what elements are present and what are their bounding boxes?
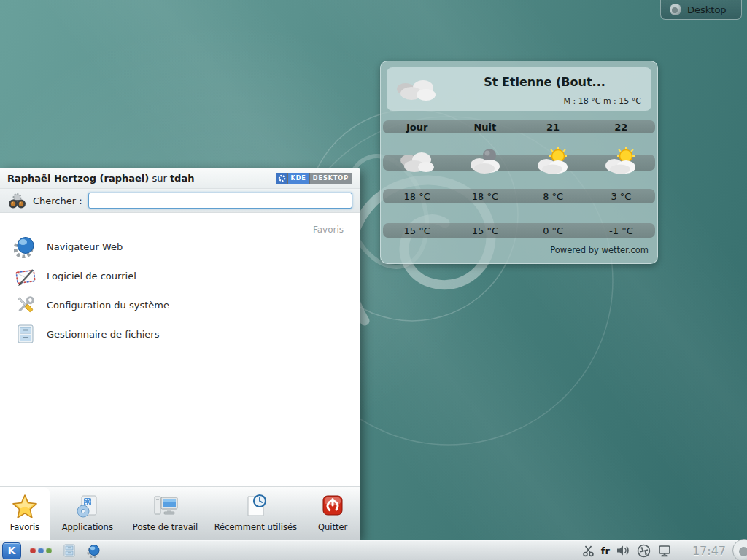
volume-icon[interactable] [616,545,630,556]
desktop-toolbox-label: Desktop [687,4,727,15]
favorite-item-label: Logiciel de courriel [47,271,136,281]
tab-quitter[interactable]: Quitter [306,487,360,540]
digital-clock[interactable]: 17:47 [692,544,726,558]
applications-box-icon [74,492,101,520]
computer-icon [150,492,181,520]
search-input[interactable] [88,192,352,209]
tab-recemment-utilises[interactable]: Récemment utilisés [205,487,306,540]
plasma-cashew-icon [670,4,681,15]
star-icon [11,492,39,520]
activity-dots[interactable] [30,548,52,553]
weather-max-min: M : 18 °C m : 15 °C [564,96,641,106]
badge-desktop-label: DESKTOP [309,173,352,184]
temp-value: 15 °C [451,225,519,236]
green-dot-icon [46,548,52,553]
kickoff-user-title: Raphaël Hertzog (raphael) sur tdah [7,173,194,184]
temp-value: 0 °C [519,225,587,236]
weather-column-headers: Jour Nuit 21 22 [383,120,655,133]
favorite-item-web-browser[interactable]: Navigateur Web [0,232,354,261]
keyboard-layout-indicator[interactable]: fr [601,545,610,556]
temp-value: 8 °C [519,191,587,202]
kickoff-search-row: Chercher : [0,189,360,213]
favorite-item-label: Gestionnaire de fichiers [47,329,159,340]
file-manager-icon [62,543,77,558]
kickoff-tab-bar: Favoris Applications Poste de tr [0,486,360,540]
web-browser-icon [87,543,101,558]
search-label: Chercher : [33,195,82,206]
tab-applications[interactable]: Applications [50,487,125,540]
mail-client-icon [14,264,37,287]
weather-day-temps: 18 °C 18 °C 8 °C 3 °C [383,189,655,203]
tab-label: Applications [62,522,113,532]
device-notifier-usb-icon[interactable] [637,544,651,558]
weather-widget: St Etienne (Bout... M : 18 °C m : 15 °C … [380,61,658,264]
favorite-item-file-manager[interactable]: Gestionnaire de fichiers [0,319,354,349]
weather-col-label: Jour [383,122,451,133]
kickoff-header: Raphaël Hertzog (raphael) sur tdah KDE D… [0,168,360,189]
user-name: Raphaël Hertzog (raphael) [7,173,149,184]
bottom-panel: K fr [0,540,747,560]
temp-value: -1 °C [587,225,655,236]
kde-gear-icon [276,173,287,184]
system-tray: fr [582,539,747,560]
kickoff-launcher: Raphaël Hertzog (raphael) sur tdah KDE D… [0,168,360,540]
cloudy-icon [394,76,441,105]
red-dot-icon [30,548,36,553]
weather-col-label: 21 [519,122,587,133]
weather-icon-band [383,155,655,171]
weather-night-temps: 15 °C 15 °C 0 °C -1 °C [383,223,655,238]
temp-value: 18 °C [383,191,451,202]
wetter-com-link[interactable]: Powered by wetter.com [550,245,649,255]
kde-desktop-badge: KDE DESKTOP [276,173,353,184]
favorite-item-system-settings[interactable]: Configuration du système [0,290,354,319]
favorite-item-label: Navigateur Web [47,241,123,252]
tab-label: Poste de travail [133,522,198,532]
temp-value: 15 °C [383,225,451,236]
panel-cashew-toolbox[interactable] [732,539,747,560]
weather-location-title: St Etienne (Bout... [452,75,637,89]
weather-header: St Etienne (Bout... M : 18 °C m : 15 °C [387,67,651,111]
favorite-item-label: Configuration du système [47,300,169,311]
klipper-scissors-icon[interactable] [582,545,595,557]
kickoff-favorites-list: Favoris Navigateur Web [0,213,360,487]
desktop-toolbox-button[interactable]: Desktop [660,0,742,20]
web-browser-icon [14,235,37,258]
weather-col-label: Nuit [451,122,519,133]
recent-documents-icon [241,492,269,520]
file-manager-icon [14,322,37,346]
badge-kde-label: KDE [287,173,309,184]
blue-dot-icon [38,548,44,553]
tab-label: Quitter [318,522,347,532]
tab-favoris[interactable]: Favoris [0,487,50,540]
temp-value: 3 °C [587,191,655,202]
search-binoculars-icon [7,191,27,211]
tab-poste-de-travail[interactable]: Poste de travail [125,487,206,540]
tab-label: Favoris [10,522,39,532]
tab-label: Récemment utilisés [214,522,297,532]
kde-menu-button[interactable]: K [2,542,21,559]
host-name: tdah [170,173,195,184]
kde-logo-icon: K [8,545,16,556]
power-icon [319,492,347,520]
web-browser-launcher[interactable] [87,543,101,558]
temp-value: 18 °C [451,191,519,202]
file-manager-launcher[interactable] [62,543,77,558]
user-connector: sur [152,173,166,184]
system-settings-icon [14,293,37,316]
weather-col-label: 22 [587,122,655,133]
network-monitor-icon[interactable] [657,545,672,557]
favorite-item-mail-client[interactable]: Logiciel de courriel [0,261,354,290]
